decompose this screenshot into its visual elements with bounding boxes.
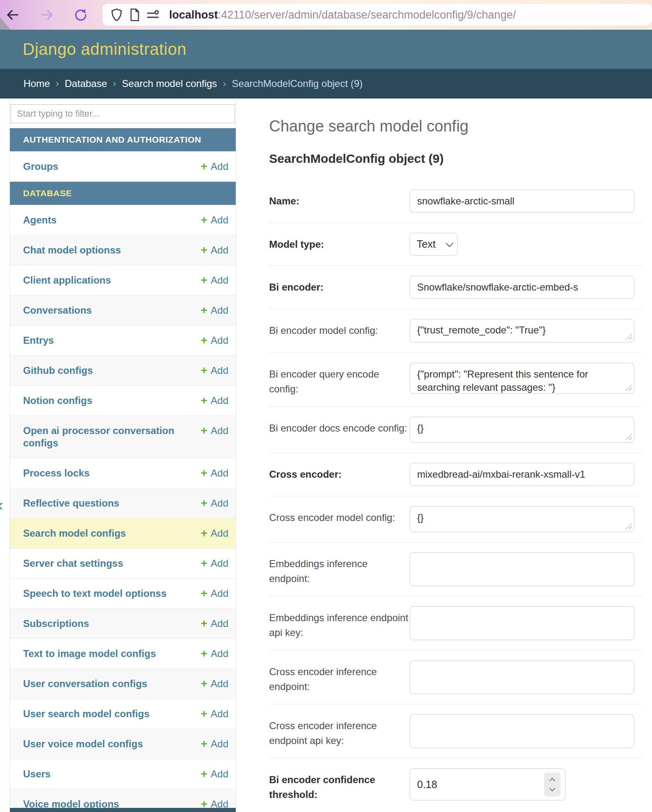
sidebar-item-speech-to-text-model-optionss[interactable]: Speech to text model optionss +Add (10, 578, 236, 608)
add-link[interactable]: +Add (201, 425, 228, 437)
add-link[interactable]: +Add (201, 648, 228, 659)
sidebar: AUTHENTICATION AND AUTHORIZATION Groups … (9, 99, 236, 812)
sidebar-item-groups[interactable]: Groups +Add (10, 151, 236, 181)
plus-icon: + (201, 648, 207, 659)
add-link[interactable]: +Add (201, 365, 228, 376)
sidebar-collapse-toggle[interactable]: ‹ (0, 497, 3, 513)
cross-encoder-model-config-textarea[interactable]: {} (410, 506, 634, 532)
breadcrumb: Home › Database › Search model configs ›… (0, 69, 652, 99)
sidebar-item-chat-model-optionss[interactable]: Chat model optionss +Add (10, 235, 236, 265)
field-row-bi-encoder-query-encode-config: Bi encoder query encode config: {"prompt… (269, 352, 642, 406)
number-spinner[interactable] (544, 772, 561, 796)
chevron-down-icon (446, 239, 453, 247)
sidebar-item-conversations[interactable]: Conversations +Add (10, 295, 236, 325)
add-link[interactable]: +Add (201, 738, 228, 750)
add-link[interactable]: +Add (201, 708, 228, 720)
add-link[interactable]: +Add (201, 214, 228, 226)
embeddings-inference-endpoint-input[interactable] (410, 552, 634, 586)
field-label: Cross encoder model config: (269, 506, 410, 532)
sidebar-item-entrys[interactable]: Entrys +Add (10, 325, 236, 355)
field-label: Embeddings inference endpoint api key: (269, 606, 410, 640)
add-link[interactable]: +Add (201, 305, 228, 316)
add-link[interactable]: +Add (201, 588, 228, 599)
cross-encoder-inference-endpoint-api-key-input[interactable] (410, 714, 634, 748)
add-link[interactable]: +Add (201, 768, 228, 780)
sidebar-item-label[interactable]: Groups (23, 160, 201, 173)
sidebar-item-client-applications[interactable]: Client applications +Add (10, 265, 236, 295)
site-title[interactable]: Django administration (23, 40, 186, 59)
breadcrumb-home[interactable]: Home (23, 78, 50, 89)
add-link[interactable]: +Add (201, 618, 228, 629)
add-link[interactable]: +Add (201, 467, 228, 479)
sidebar-item-search-model-configs[interactable]: Search model configs +Add (10, 518, 236, 548)
sidebar-item-text-to-image-model-configs[interactable]: Text to image model configs +Add (10, 638, 236, 669)
field-row-model-type: Model type: Text (269, 223, 642, 265)
bi-encoder-confidence-threshold-input[interactable]: 0.18 (410, 768, 565, 800)
bi-encoder-docs-encode-config-textarea[interactable]: {} (410, 417, 634, 443)
field-row-bi-encoder-model-config: Bi encoder model config: {"trust_remote_… (269, 309, 642, 352)
plus-icon: + (201, 588, 207, 599)
add-link[interactable]: +Add (201, 558, 228, 569)
add-link[interactable]: +Add (201, 678, 228, 690)
breadcrumb-search-model-configs[interactable]: Search model configs (122, 78, 217, 89)
field-label: Bi encoder docs encode config: (269, 417, 410, 443)
sidebar-item-server-chat-settingss[interactable]: Server chat settingss +Add (10, 548, 236, 578)
page-info-icon[interactable] (128, 8, 142, 22)
add-link[interactable]: +Add (201, 244, 228, 256)
add-link[interactable]: +Add (201, 528, 228, 539)
field-label: Cross encoder inference endpoint: (269, 660, 410, 694)
sidebar-item-reflective-questions[interactable]: Reflective questions +Add (10, 488, 236, 518)
cross-encoder-inference-endpoint-input[interactable] (410, 660, 634, 694)
plus-icon: + (201, 678, 207, 689)
main-content: Change search model config SearchModelCo… (236, 99, 652, 812)
sidebar-item-notion-configs[interactable]: Notion configs +Add (10, 385, 236, 415)
sidebar-item-user-search-model-configs[interactable]: User search model configs +Add (10, 699, 236, 729)
spinner-down-icon (549, 785, 555, 791)
plus-icon: + (201, 558, 207, 569)
field-row-bi-encoder-confidence-threshold: Bi encoder confidence threshold: 0.18 (269, 758, 642, 812)
field-label: Cross encoder: (269, 463, 410, 486)
plus-icon: + (201, 468, 207, 479)
breadcrumb-current: SearchModelConfig object (9) (232, 78, 363, 89)
bi-encoder-model-config-textarea[interactable]: {"trust_remote_code": "True"} (410, 319, 634, 343)
browser-forward-button[interactable] (38, 6, 56, 24)
field-row-embeddings-inference-endpoint: Embeddings inference endpoint: (269, 542, 642, 596)
page-title: Change search model config (269, 117, 642, 135)
add-link[interactable]: +Add (201, 498, 228, 509)
sidebar-filter-input[interactable] (11, 104, 235, 123)
site-header: Django administration (0, 30, 652, 69)
add-link[interactable]: +Add (201, 275, 228, 286)
sidebar-section-database[interactable]: DATABASE (10, 182, 236, 205)
field-row-embeddings-inference-endpoint-api-key: Embeddings inference endpoint api key: (269, 596, 642, 650)
sidebar-item-users[interactable]: Users +Add (10, 759, 236, 789)
model-type-select[interactable]: Text (410, 233, 457, 256)
add-link[interactable]: +Add (201, 335, 228, 346)
embeddings-inference-endpoint-api-key-input[interactable] (410, 606, 634, 640)
sidebar-item-agents[interactable]: Agents +Add (10, 205, 236, 235)
cross-encoder-input[interactable] (410, 463, 634, 486)
browser-toolbar: localhost:42110/server/admin/database/se… (0, 0, 652, 30)
add-link[interactable]: +Add (201, 395, 228, 406)
plus-icon: + (201, 161, 207, 172)
plus-icon: + (201, 528, 207, 539)
bi-encoder-input[interactable] (410, 276, 634, 299)
sidebar-item-open-ai-processor-conversation-configs[interactable]: Open ai processor conversation configs +… (10, 415, 236, 458)
browser-reload-button[interactable] (72, 6, 90, 24)
name-input[interactable] (410, 190, 634, 213)
permissions-toggle-icon[interactable] (146, 8, 160, 22)
bi-encoder-query-encode-config-textarea[interactable]: {"prompt": "Represent this sentence for … (410, 363, 634, 394)
breadcrumb-database[interactable]: Database (65, 78, 107, 89)
add-groups-link[interactable]: +Add (201, 161, 228, 172)
shield-icon[interactable] (110, 8, 124, 22)
plus-icon: + (201, 618, 207, 629)
sidebar-item-user-conversation-configs[interactable]: User conversation configs +Add (10, 669, 236, 699)
sidebar-item-user-voice-model-configs[interactable]: User voice model configs +Add (10, 729, 236, 759)
plus-icon: + (201, 425, 207, 436)
sidebar-item-process-locks[interactable]: Process locks +Add (10, 458, 236, 488)
url-bar[interactable]: localhost:42110/server/admin/database/se… (102, 4, 652, 26)
spinner-up-icon (549, 777, 555, 783)
sidebar-item-github-configs[interactable]: Github configs +Add (10, 355, 236, 385)
sidebar-section-auth[interactable]: AUTHENTICATION AND AUTHORIZATION (10, 128, 236, 151)
field-row-cross-encoder: Cross encoder: (269, 453, 642, 496)
sidebar-item-subscriptions[interactable]: Subscriptions +Add (10, 608, 236, 638)
